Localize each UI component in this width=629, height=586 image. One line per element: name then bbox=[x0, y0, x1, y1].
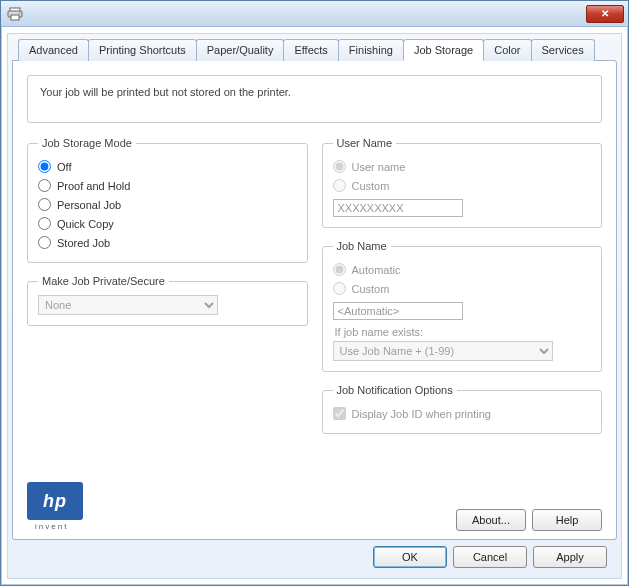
select-jobname-exists: Use Job Name + (1-99) bbox=[333, 341, 553, 361]
close-icon: ✕ bbox=[601, 8, 609, 19]
radio-jobname-auto bbox=[333, 263, 346, 276]
radio-jobname-auto-label: Automatic bbox=[352, 264, 401, 276]
legend-job-storage-mode: Job Storage Mode bbox=[38, 137, 136, 149]
radio-off-label: Off bbox=[57, 161, 71, 173]
radio-proof-hold-label: Proof and Hold bbox=[57, 180, 130, 192]
svg-point-3 bbox=[19, 12, 21, 14]
radio-username-custom bbox=[333, 179, 346, 192]
about-button[interactable]: About... bbox=[456, 509, 526, 531]
group-job-notification: Job Notification Options Display Job ID … bbox=[322, 384, 603, 434]
cancel-button[interactable]: Cancel bbox=[453, 546, 527, 568]
radio-row-jobname-auto: Automatic bbox=[333, 260, 592, 279]
legend-make-private: Make Job Private/Secure bbox=[38, 275, 169, 287]
apply-button[interactable]: Apply bbox=[533, 546, 607, 568]
radio-row-personal-job[interactable]: Personal Job bbox=[38, 195, 297, 214]
ok-button[interactable]: OK bbox=[373, 546, 447, 568]
radio-quick-copy-label: Quick Copy bbox=[57, 218, 114, 230]
tab-printing-shortcuts[interactable]: Printing Shortcuts bbox=[88, 39, 197, 61]
group-make-private: Make Job Private/Secure None bbox=[27, 275, 308, 326]
radio-username-auto bbox=[333, 160, 346, 173]
svg-rect-2 bbox=[11, 15, 19, 20]
radio-row-username-auto: User name bbox=[333, 157, 592, 176]
radio-username-custom-label: Custom bbox=[352, 180, 390, 192]
input-jobname-custom bbox=[333, 302, 463, 320]
printer-icon bbox=[7, 6, 23, 22]
radio-personal-job[interactable] bbox=[38, 198, 51, 211]
dialog-body: Advanced Printing Shortcuts Paper/Qualit… bbox=[7, 33, 622, 579]
group-job-name: Job Name Automatic Custom If job name bbox=[322, 240, 603, 372]
info-message-text: Your job will be printed but not stored … bbox=[40, 86, 291, 98]
radio-quick-copy[interactable] bbox=[38, 217, 51, 230]
hp-logo-text: hp bbox=[43, 491, 67, 512]
input-username-custom bbox=[333, 199, 463, 217]
label-if-jobname-exists: If job name exists: bbox=[335, 326, 592, 338]
tab-strip: Advanced Printing Shortcuts Paper/Qualit… bbox=[18, 38, 617, 60]
tab-finishing[interactable]: Finishing bbox=[338, 39, 404, 61]
radio-off[interactable] bbox=[38, 160, 51, 173]
hp-logo-sub: invent bbox=[35, 522, 83, 531]
radio-row-jobname-custom: Custom bbox=[333, 279, 592, 298]
tab-job-storage[interactable]: Job Storage bbox=[403, 39, 484, 61]
help-button[interactable]: Help bbox=[532, 509, 602, 531]
print-properties-dialog: ✕ Advanced Printing Shortcuts Paper/Qual… bbox=[0, 0, 629, 586]
tab-services[interactable]: Services bbox=[531, 39, 595, 61]
legend-job-notification: Job Notification Options bbox=[333, 384, 457, 396]
titlebar: ✕ bbox=[1, 1, 628, 27]
tab-effects[interactable]: Effects bbox=[283, 39, 338, 61]
radio-personal-job-label: Personal Job bbox=[57, 199, 121, 211]
radio-username-auto-label: User name bbox=[352, 161, 406, 173]
radio-row-quick-copy[interactable]: Quick Copy bbox=[38, 214, 297, 233]
group-job-storage-mode: Job Storage Mode Off Proof and Hold Pers… bbox=[27, 137, 308, 263]
tab-color[interactable]: Color bbox=[483, 39, 531, 61]
tab-paper-quality[interactable]: Paper/Quality bbox=[196, 39, 285, 61]
radio-jobname-custom bbox=[333, 282, 346, 295]
select-make-private: None bbox=[38, 295, 218, 315]
radio-proof-hold[interactable] bbox=[38, 179, 51, 192]
legend-user-name: User Name bbox=[333, 137, 397, 149]
radio-row-stored-job[interactable]: Stored Job bbox=[38, 233, 297, 252]
hp-logo-block: hp invent bbox=[27, 482, 83, 531]
radio-row-proof-hold[interactable]: Proof and Hold bbox=[38, 176, 297, 195]
tab-panel-job-storage: Your job will be printed but not stored … bbox=[12, 60, 617, 540]
radio-stored-job-label: Stored Job bbox=[57, 237, 110, 249]
close-button[interactable]: ✕ bbox=[586, 5, 624, 23]
checkbox-display-jobid-label: Display Job ID when printing bbox=[352, 408, 491, 420]
hp-logo: hp bbox=[27, 482, 83, 520]
checkbox-display-jobid bbox=[333, 407, 346, 420]
check-row-display-jobid: Display Job ID when printing bbox=[333, 404, 592, 423]
legend-job-name: Job Name bbox=[333, 240, 391, 252]
radio-stored-job[interactable] bbox=[38, 236, 51, 249]
radio-row-off[interactable]: Off bbox=[38, 157, 297, 176]
tab-advanced[interactable]: Advanced bbox=[18, 39, 89, 61]
dialog-footer: OK Cancel Apply bbox=[12, 540, 617, 572]
radio-row-username-custom: Custom bbox=[333, 176, 592, 195]
group-user-name: User Name User name Custom bbox=[322, 137, 603, 228]
info-message: Your job will be printed but not stored … bbox=[27, 75, 602, 123]
radio-jobname-custom-label: Custom bbox=[352, 283, 390, 295]
